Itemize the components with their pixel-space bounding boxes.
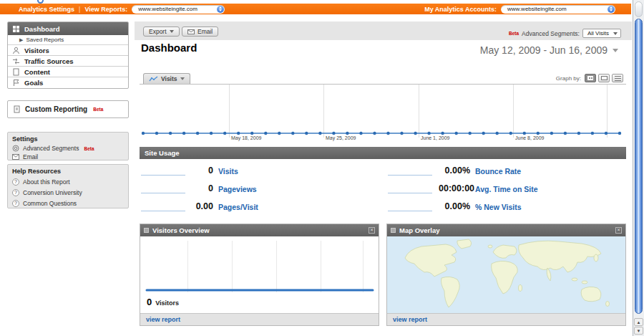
view-reports-value: www.websiteingite.com <box>138 6 197 12</box>
x-axis-tick: June 8, 2009 <box>515 135 544 140</box>
chevron-down-icon <box>613 49 618 52</box>
avg-time-report-link[interactable]: Avg. Time on Site <box>475 185 538 193</box>
drag-handle-icon[interactable] <box>144 228 149 233</box>
sidebar-item-dashboard[interactable]: Dashboard <box>8 22 128 35</box>
question-icon: ? <box>12 200 19 207</box>
chevron-down-icon <box>613 32 618 35</box>
sidebar-item-email[interactable]: Email <box>12 153 124 160</box>
visits-sparkline[interactable] <box>141 168 185 176</box>
sidebar-item-label: Goals <box>24 79 43 87</box>
sidebar-item-content[interactable]: Content <box>8 67 128 77</box>
pages-per-visit-sparkline[interactable] <box>141 203 185 211</box>
export-button[interactable]: Export <box>143 27 180 37</box>
help-item-label: Conversion University <box>23 189 82 196</box>
arrow-right-icon: ▶ <box>19 37 23 43</box>
analytics-settings-link[interactable]: Analytics Settings <box>19 6 74 13</box>
select-stepper-icon[interactable] <box>217 6 224 13</box>
map-overlay-body <box>387 236 625 313</box>
visitors-annotation: 0 Visitors <box>147 297 179 307</box>
view-reports-label: View Reports: <box>84 6 127 13</box>
new-visits-report-link[interactable]: % New Visits <box>475 203 522 211</box>
new-visits-sparkline[interactable] <box>388 203 432 211</box>
x-axis-tick: May 18, 2009 <box>231 135 261 140</box>
stat-avg-time-on-site: 00:00:00 Avg. Time on Site <box>388 183 538 193</box>
pages-per-visit-report-link[interactable]: Pages/Visit <box>218 203 258 211</box>
map-overlay-panel: Map Overlay ✕ <box>386 224 626 326</box>
graph-by-day-button[interactable] <box>585 74 596 82</box>
sidebar-item-label: Traffic Sources <box>24 57 74 65</box>
stat-value: 0.00% <box>439 201 470 211</box>
scrollbar-thumb[interactable] <box>635 19 643 314</box>
world-map <box>387 236 625 313</box>
graph-by-week-button[interactable] <box>598 74 610 82</box>
drag-handle-icon[interactable] <box>391 228 396 233</box>
visitors-overview-header[interactable]: Visitors Overview ✕ <box>140 224 379 236</box>
x-axis-tick: June 1, 2009 <box>421 135 449 140</box>
visits-report-link[interactable]: Visits <box>218 167 238 176</box>
email-label: Email <box>23 153 38 160</box>
help-item-conversion-university[interactable]: ? Conversion University <box>12 187 124 198</box>
date-range-value: May 12, 2009 - Jun 16, 2009 <box>480 44 608 56</box>
settings-title: Settings <box>12 135 124 143</box>
email-envelope-icon <box>187 29 195 34</box>
dashboard-grid-icon <box>12 25 20 33</box>
map-overlay-header[interactable]: Map Overlay ✕ <box>387 224 625 236</box>
export-button-label: Export <box>149 28 167 35</box>
pageviews-report-link[interactable]: Pageviews <box>218 185 257 193</box>
visitors-view-report-link[interactable]: view report <box>146 316 180 323</box>
help-item-label: Common Questions <box>23 200 77 207</box>
advanced-segments-control-label: Advanced Segments: <box>522 30 580 37</box>
x-axis-tick: May 25, 2009 <box>326 135 356 140</box>
view-reports-select[interactable]: www.websiteingite.com <box>132 5 225 14</box>
page-icon <box>12 68 20 76</box>
select-stepper-icon[interactable] <box>608 6 615 13</box>
scroll-up-arrow-icon[interactable]: ▲ <box>634 318 643 326</box>
advanced-segments-select[interactable]: All Visits <box>582 29 621 38</box>
advanced-segments-value: All Visits <box>587 30 609 37</box>
bounce-rate-sparkline[interactable] <box>388 168 432 176</box>
help-resources-title: Help Resources <box>12 168 124 175</box>
visitors-overview-body: 0 Visitors <box>140 236 379 313</box>
flag-icon <box>12 79 20 87</box>
sidebar-item-custom-reporting[interactable]: Custom Reporting Beta <box>8 101 128 117</box>
email-envelope-icon <box>12 154 19 160</box>
email-button[interactable]: Email <box>182 27 218 37</box>
avg-time-sparkline[interactable] <box>388 186 432 193</box>
advanced-segments-control: Beta Advanced Segments: All Visits <box>507 29 621 38</box>
visits-timeline-chart[interactable]: May 18, 2009 May 25, 2009 June 1, 2009 J… <box>140 84 626 145</box>
sidebar-item-advanced-segments[interactable]: Advanced Segments Beta <box>12 144 124 153</box>
bounce-rate-report-link[interactable]: Bounce Rate <box>475 167 521 176</box>
graph-by-month-button[interactable] <box>612 74 623 82</box>
help-item-about-this-report[interactable]: ? About this Report <box>12 176 124 187</box>
visitors-overview-title: Visitors Overview <box>152 226 369 234</box>
stat-pageviews: 0 Pageviews <box>141 183 257 193</box>
email-button-label: Email <box>197 28 213 35</box>
visitors-count-label: Visitors <box>155 299 179 307</box>
sidebar-item-saved-reports[interactable]: ▶ Saved Reports <box>8 35 128 45</box>
close-icon[interactable]: ✕ <box>615 227 622 234</box>
segments-target-icon <box>12 145 19 152</box>
sidebar-item-traffic-sources[interactable]: Traffic Sources <box>8 56 128 67</box>
analytics-dashboard-screen: Analytics Settings | View Reports: www.w… <box>0 0 644 336</box>
stat-value: 0.00 <box>192 201 213 211</box>
close-icon[interactable]: ✕ <box>369 227 375 234</box>
sidebar-item-goals[interactable]: Goals <box>8 77 128 88</box>
help-item-common-questions[interactable]: ? Common Questions <box>12 198 124 208</box>
pageviews-sparkline[interactable] <box>141 186 185 193</box>
custom-reporting-label: Custom Reporting <box>25 105 87 113</box>
sidebar-item-label: Visitors <box>24 47 49 54</box>
site-usage-header: Site Usage <box>140 147 626 159</box>
accounts-select[interactable]: www.websiteingite.com <box>501 5 615 14</box>
vertical-scrollbar[interactable]: ▲ ▼ <box>633 0 644 336</box>
tab-visits-metric[interactable]: Visits <box>143 73 190 84</box>
scrollbar-arrows: ▲ ▼ <box>634 318 643 335</box>
scroll-down-arrow-icon[interactable]: ▼ <box>634 327 643 335</box>
date-range-selector[interactable]: May 12, 2009 - Jun 16, 2009 <box>480 44 618 56</box>
sidebar-item-visitors[interactable]: Visitors <box>8 45 128 56</box>
scrollbar-top-cap <box>635 1 643 17</box>
sidebar-item-label: Dashboard <box>24 25 60 33</box>
map-view-report-link[interactable]: view report <box>393 316 427 323</box>
chevron-down-icon <box>170 30 174 33</box>
stat-bounce-rate: 0.00% Bounce Rate <box>388 165 521 176</box>
stat-value: 00:00:00 <box>439 183 470 193</box>
